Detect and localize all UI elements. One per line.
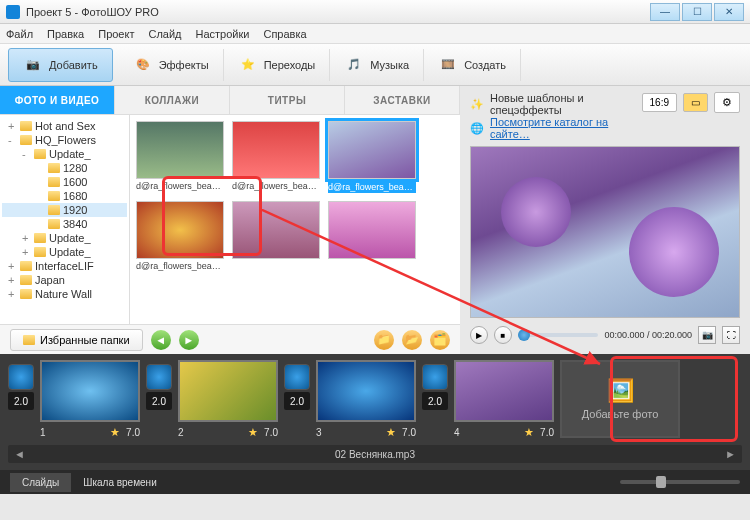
star-icon: ⭐: [238, 55, 258, 75]
tree-item[interactable]: 3840: [2, 217, 127, 231]
settings-gear-button[interactable]: ⚙: [714, 92, 740, 113]
transition-duration: 2.0: [8, 392, 34, 410]
menu-slide[interactable]: Слайд: [148, 28, 181, 40]
seek-handle[interactable]: [518, 329, 530, 341]
transition-icon[interactable]: [146, 364, 172, 390]
folder-action-2-icon[interactable]: 📂: [402, 330, 422, 350]
folder-action-3-icon[interactable]: 🗂️: [430, 330, 450, 350]
slide-settings-icon[interactable]: ★: [524, 426, 534, 439]
audio-next-icon[interactable]: ►: [719, 448, 742, 460]
menu-file[interactable]: Файл: [6, 28, 33, 40]
add-button[interactable]: 📷 Добавить: [8, 48, 113, 82]
app-icon: [6, 5, 20, 19]
tree-item[interactable]: +Update_: [2, 231, 127, 245]
thumbnail[interactable]: d@ra_flowers_beauty (33: [136, 121, 224, 193]
thumbnail[interactable]: d@ra_flowers_beauty (47: [136, 201, 224, 271]
menu-settings[interactable]: Настройки: [196, 28, 250, 40]
tree-item[interactable]: 1920: [2, 203, 127, 217]
tree-item[interactable]: +InterfaceLIF: [2, 259, 127, 273]
thumbnail[interactable]: d@ra_flowers_beauty (45: [232, 121, 320, 193]
tab-photo-video[interactable]: ФОТО И ВИДЕО: [0, 86, 115, 114]
title-bar: Проект 5 - ФотоШОУ PRO — ☐ ✕: [0, 0, 750, 24]
nav-forward-icon[interactable]: ►: [179, 330, 199, 350]
menu-edit[interactable]: Правка: [47, 28, 84, 40]
nav-back-icon[interactable]: ◄: [151, 330, 171, 350]
favorites-button[interactable]: Избранные папки: [10, 329, 143, 351]
folder-action-1-icon[interactable]: 📁: [374, 330, 394, 350]
thumbnail-grid: d@ra_flowers_beauty (33d@ra_flowers_beau…: [130, 115, 460, 324]
transition-icon[interactable]: [284, 364, 310, 390]
audio-prev-icon[interactable]: ◄: [8, 448, 31, 460]
tree-item[interactable]: +Hot and Sex: [2, 119, 127, 133]
music-button[interactable]: 🎵 Музыка: [330, 49, 424, 81]
footer-tab-slides[interactable]: Слайды: [10, 473, 71, 492]
menu-bar: Файл Правка Проект Слайд Настройки Справ…: [0, 24, 750, 44]
tree-item[interactable]: -HQ_Flowers: [2, 133, 127, 147]
transition-icon[interactable]: [8, 364, 34, 390]
palette-icon: 🎨: [133, 55, 153, 75]
display-mode-button[interactable]: ▭: [683, 93, 708, 112]
image-placeholder-icon: 🖼️: [607, 378, 634, 404]
tree-item[interactable]: 1600: [2, 175, 127, 189]
aspect-ratio-button[interactable]: 16:9: [642, 93, 677, 112]
slide-settings-icon[interactable]: ★: [386, 426, 396, 439]
transitions-button[interactable]: ⭐ Переходы: [224, 49, 331, 81]
tree-item[interactable]: 1280: [2, 161, 127, 175]
star-small-icon: ✨: [470, 98, 484, 111]
slide-settings-icon[interactable]: ★: [248, 426, 258, 439]
tree-item[interactable]: -Update_: [2, 147, 127, 161]
transition-duration: 2.0: [422, 392, 448, 410]
footer-tabs: Слайды Шкала времени: [0, 470, 750, 494]
add-slide-placeholder[interactable]: 🖼️Добавьте фото: [560, 360, 680, 438]
main-toolbar: 📷 Добавить 🎨 Эффекты ⭐ Переходы 🎵 Музыка…: [0, 44, 750, 86]
snapshot-button[interactable]: 📷: [698, 326, 716, 344]
play-button[interactable]: ▶: [470, 326, 488, 344]
timeline-panel: 2.01★7.02.02★7.02.03★7.02.04★7.0🖼️Добавь…: [0, 354, 750, 470]
promo-link[interactable]: Посмотрите каталог на сайте…: [490, 116, 636, 140]
tree-item[interactable]: +Nature Wall: [2, 287, 127, 301]
timeline-slide[interactable]: 2★7.0: [178, 360, 278, 439]
preview-panel: ✨Новые шаблоны и спецэффекты 🌐Посмотрите…: [460, 86, 750, 354]
audio-track[interactable]: ◄ 02 Веснянка.mp3 ►: [8, 445, 742, 463]
transition-duration: 2.0: [284, 392, 310, 410]
folder-icon: [23, 335, 35, 345]
preview-viewport: [470, 146, 740, 318]
globe-icon: 🌐: [470, 122, 484, 135]
time-display: 00:00.000 / 00:20.000: [604, 330, 692, 340]
thumbnail[interactable]: d@ra_flowers_beauty (46…: [328, 121, 416, 193]
tree-item[interactable]: 1680: [2, 189, 127, 203]
folder-tree[interactable]: +Hot and Sex-HQ_Flowers-Update_128016001…: [0, 115, 130, 324]
create-button[interactable]: 🎞️ Создать: [424, 49, 521, 81]
tree-item[interactable]: +Update_: [2, 245, 127, 259]
promo-text: Новые шаблоны и спецэффекты: [490, 92, 636, 116]
window-title: Проект 5 - ФотоШОУ PRO: [26, 6, 650, 18]
footer-tab-timeline[interactable]: Шкала времени: [71, 473, 168, 492]
gear-icon: ⚙: [722, 96, 732, 108]
source-panel: ФОТО И ВИДЕО КОЛЛАЖИ ТИТРЫ ЗАСТАВКИ +Hot…: [0, 86, 460, 354]
tab-screensavers[interactable]: ЗАСТАВКИ: [345, 86, 460, 114]
camera-icon: 📷: [23, 55, 43, 75]
maximize-button[interactable]: ☐: [682, 3, 712, 21]
transition-icon[interactable]: [422, 364, 448, 390]
film-icon: 🎞️: [438, 55, 458, 75]
fullscreen-button[interactable]: ⛶: [722, 326, 740, 344]
transition-duration: 2.0: [146, 392, 172, 410]
tree-item[interactable]: +Japan: [2, 273, 127, 287]
effects-button[interactable]: 🎨 Эффекты: [119, 49, 224, 81]
tab-collages[interactable]: КОЛЛАЖИ: [115, 86, 230, 114]
stop-button[interactable]: ■: [494, 326, 512, 344]
minimize-button[interactable]: —: [650, 3, 680, 21]
menu-help[interactable]: Справка: [263, 28, 306, 40]
menu-project[interactable]: Проект: [98, 28, 134, 40]
tab-titles[interactable]: ТИТРЫ: [230, 86, 345, 114]
timeline-slide[interactable]: 1★7.0: [40, 360, 140, 439]
thumbnail[interactable]: [232, 201, 320, 271]
seek-bar[interactable]: [518, 333, 598, 337]
slide-settings-icon[interactable]: ★: [110, 426, 120, 439]
zoom-slider[interactable]: [620, 480, 740, 484]
timeline-slide[interactable]: 4★7.0: [454, 360, 554, 439]
close-button[interactable]: ✕: [714, 3, 744, 21]
thumbnail[interactable]: [328, 201, 416, 271]
timeline-slide[interactable]: 3★7.0: [316, 360, 416, 439]
music-icon: 🎵: [344, 55, 364, 75]
